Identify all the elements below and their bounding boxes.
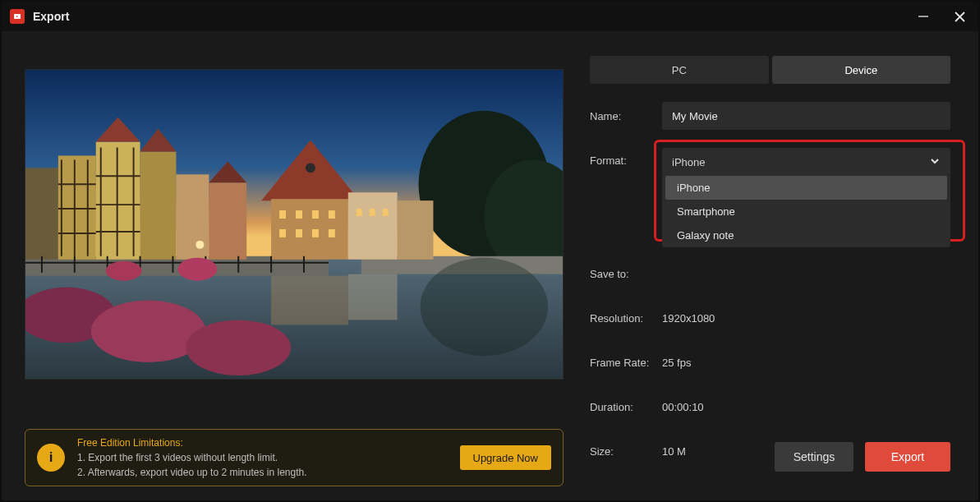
format-row: Format: iPhone iPhone Smartphone Galaxy … bbox=[590, 148, 950, 176]
svg-rect-42 bbox=[296, 229, 302, 237]
svg-rect-40 bbox=[329, 210, 335, 219]
svg-rect-29 bbox=[176, 174, 209, 259]
limitations-line1: 1. Export the first 3 videos without len… bbox=[77, 450, 460, 465]
duration-row: Duration: 00:00:10 bbox=[590, 393, 950, 421]
framerate-value: 25 fps bbox=[662, 357, 691, 369]
svg-rect-44 bbox=[329, 229, 335, 237]
export-window: Export bbox=[2, 2, 978, 500]
settings-button[interactable]: Settings bbox=[775, 442, 853, 472]
svg-point-66 bbox=[196, 241, 204, 249]
svg-point-62 bbox=[106, 261, 142, 281]
free-edition-limitations-banner: i Free Edition Limitations: 1. Export th… bbox=[25, 429, 564, 486]
limitations-title: Free Edition Limitations: bbox=[77, 435, 460, 450]
app-icon bbox=[10, 9, 25, 24]
saveto-row: Save to: bbox=[590, 260, 950, 288]
footer: i Free Edition Limitations: 1. Export th… bbox=[2, 422, 978, 500]
name-input[interactable] bbox=[662, 102, 950, 130]
close-button[interactable] bbox=[949, 6, 970, 27]
svg-rect-47 bbox=[383, 209, 389, 216]
resolution-label: Resolution: bbox=[590, 312, 662, 325]
svg-point-34 bbox=[306, 163, 315, 173]
resolution-value: 1920x1080 bbox=[662, 312, 715, 325]
format-label: Format: bbox=[590, 148, 662, 167]
svg-rect-64 bbox=[348, 274, 398, 320]
video-preview bbox=[25, 69, 564, 380]
framerate-row: Frame Rate: 25 fps bbox=[590, 348, 950, 376]
format-option-smartphone[interactable]: Smartphone bbox=[662, 200, 950, 223]
framerate-label: Frame Rate: bbox=[590, 357, 662, 369]
duration-label: Duration: bbox=[590, 401, 662, 413]
format-option-galaxy-note[interactable]: Galaxy note bbox=[662, 223, 950, 247]
svg-rect-45 bbox=[357, 209, 362, 216]
svg-rect-12 bbox=[58, 155, 96, 259]
chevron-down-icon bbox=[929, 155, 941, 169]
svg-rect-15 bbox=[140, 151, 177, 259]
duration-value: 00:00:10 bbox=[662, 401, 704, 413]
format-option-iphone[interactable]: iPhone bbox=[665, 176, 947, 200]
limitations-line2: 2. Afterwards, export video up to 2 minu… bbox=[77, 465, 460, 480]
format-selected-value: iPhone bbox=[672, 156, 705, 168]
svg-rect-43 bbox=[312, 229, 319, 237]
svg-rect-11 bbox=[25, 168, 58, 259]
format-dropdown: iPhone Smartphone Galaxy note bbox=[662, 176, 950, 247]
svg-rect-37 bbox=[279, 210, 286, 219]
export-button[interactable]: Export bbox=[865, 442, 950, 472]
resolution-row: Resolution: 1920x1080 bbox=[590, 304, 950, 332]
info-icon: i bbox=[37, 444, 65, 472]
tab-device[interactable]: Device bbox=[772, 56, 951, 84]
name-label: Name: bbox=[590, 110, 662, 122]
svg-rect-35 bbox=[348, 192, 398, 260]
title-bar: Export bbox=[2, 2, 978, 31]
upgrade-now-button[interactable]: Upgrade Now bbox=[460, 445, 552, 470]
format-select[interactable]: iPhone bbox=[662, 148, 950, 176]
svg-rect-39 bbox=[312, 210, 319, 219]
svg-rect-38 bbox=[296, 210, 302, 219]
name-row: Name: bbox=[590, 102, 950, 130]
svg-point-61 bbox=[177, 258, 217, 281]
minimize-button[interactable] bbox=[913, 6, 934, 27]
svg-rect-63 bbox=[271, 276, 348, 325]
svg-point-60 bbox=[186, 320, 291, 375]
svg-rect-36 bbox=[398, 200, 434, 260]
svg-rect-30 bbox=[209, 182, 246, 260]
svg-rect-46 bbox=[370, 209, 375, 216]
window-title: Export bbox=[33, 10, 69, 23]
saveto-label: Save to: bbox=[590, 268, 662, 280]
svg-point-65 bbox=[421, 258, 549, 356]
output-type-tabs: PC Device bbox=[590, 56, 950, 84]
tab-pc[interactable]: PC bbox=[590, 56, 769, 84]
svg-rect-41 bbox=[279, 229, 286, 237]
